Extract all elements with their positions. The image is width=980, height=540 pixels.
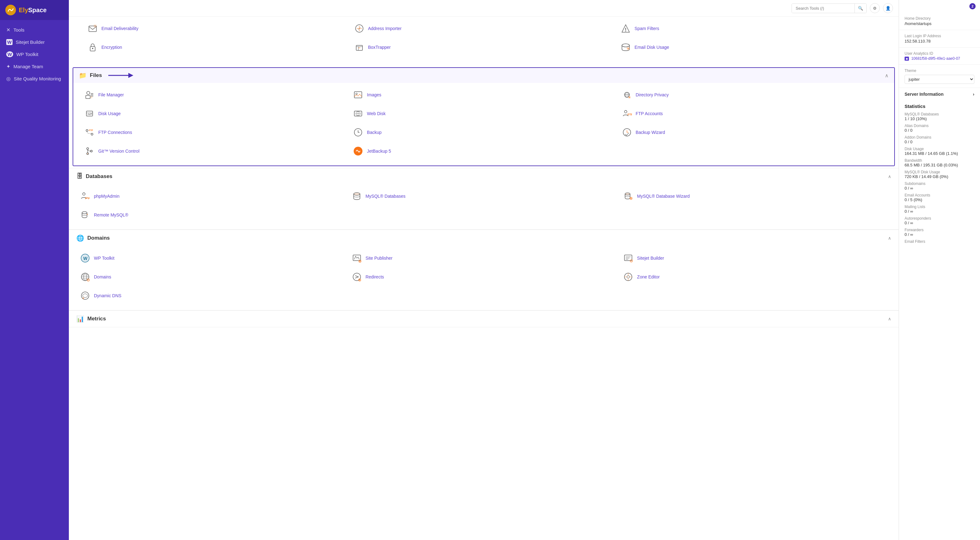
sidebar: ElySpace ✕ Tools W Sitejet Builder W WP … (0, 0, 69, 540)
stat-label: Alias Domains (905, 124, 974, 128)
tool-zone-editor[interactable]: Zone Editor (619, 267, 891, 286)
tool-mysql-databases[interactable]: MySQL® Databases (348, 187, 620, 206)
wp-toolkit-domain-label: WP Toolkit (94, 256, 115, 260)
domains-section: 🌐 Domains ∧ W WP Toolkit (69, 230, 899, 310)
files-section-header[interactable]: 📁 Files ∧ (73, 68, 894, 83)
tool-remote-mysql[interactable]: Remote MySQL® (76, 206, 348, 224)
tool-images[interactable]: Images (349, 86, 618, 104)
svg-rect-12 (86, 95, 90, 98)
tool-file-manager[interactable]: File Manager (81, 86, 349, 104)
sidebar-item-tools[interactable]: ✕ Tools (0, 24, 69, 36)
tool-site-publisher[interactable]: Site Publisher (348, 249, 620, 267)
tool-sitejet-builder-domain[interactable]: Sitejet Builder (619, 249, 891, 267)
git-version-control-label: Git™ Version Control (98, 149, 140, 154)
stat-label: Disk Usage (905, 147, 974, 151)
metrics-section-title: Metrics (88, 316, 106, 322)
email-disk-usage-label: Email Disk Usage (635, 45, 669, 50)
remote-mysql-icon (80, 209, 91, 221)
theme-select[interactable]: jupiter paper_lantern (905, 75, 974, 84)
encryption-label: Encryption (102, 45, 122, 50)
sidebar-item-sitejet[interactable]: W Sitejet Builder (0, 36, 69, 48)
tool-email-deliverability[interactable]: Email Deliverability (84, 19, 350, 38)
stat-value: 0 / ∞ (905, 221, 974, 225)
site-publisher-icon (351, 253, 363, 264)
stat-label: Subdomains (905, 181, 974, 186)
tool-phpmyadmin[interactable]: php phpMyAdmin (76, 187, 348, 206)
tool-spam-filters[interactable]: Spam Filters (617, 19, 884, 38)
tool-backup-wizard[interactable]: Backup Wizard (618, 123, 887, 142)
tool-boxtrapper[interactable]: BoxTrapper (350, 38, 617, 57)
tool-git-version-control[interactable]: Git™ Version Control (81, 142, 349, 160)
domains-section-title: Domains (88, 235, 110, 241)
manage-team-icon: ✦ (6, 64, 10, 70)
logo[interactable]: ElySpace (0, 0, 69, 20)
tool-jetbackup5[interactable]: JetBackup 5 (349, 142, 618, 160)
tool-backup[interactable]: Backup (349, 123, 618, 142)
stat-value: 0 / 0 (905, 128, 974, 133)
directory-privacy-label: Directory Privacy (636, 92, 669, 97)
user-settings-button[interactable]: ⚙ (870, 3, 880, 13)
svg-point-53 (87, 279, 89, 281)
boxtrapper-label: BoxTrapper (368, 45, 391, 50)
tool-domains[interactable]: Domains (76, 267, 348, 286)
user-analytics-section: User Analytics ID ■ 10681f58-d9f5-49e1-a… (899, 48, 980, 65)
svg-point-25 (86, 130, 88, 132)
tool-web-disk[interactable]: Web Disk (349, 104, 618, 123)
svg-point-5 (625, 31, 626, 32)
ftp-accounts-icon: FTP (621, 108, 633, 119)
notification-badge[interactable]: 2 (969, 3, 975, 10)
stat-row: Email Filters (905, 239, 974, 244)
tool-wp-toolkit-domain[interactable]: W WP Toolkit (76, 249, 348, 267)
stat-value: 720 KB / 14.49 GB (0%) (905, 174, 974, 179)
stat-value: 0 / ∞ (905, 209, 974, 214)
stat-label: Mailing Lists (905, 205, 974, 209)
stat-row: MySQL® Databases1 / 10 (10%) (905, 112, 974, 121)
sidebar-nav: ✕ Tools W Sitejet Builder W WP Toolkit ✦… (0, 20, 69, 89)
mysql-databases-label: MySQL® Databases (366, 194, 406, 199)
tool-encryption[interactable]: Encryption (84, 38, 350, 57)
sitejet-builder-domain-icon (622, 253, 634, 264)
svg-rect-20 (86, 111, 93, 116)
spam-filters-label: Spam Filters (635, 26, 659, 31)
svg-point-35 (83, 193, 85, 195)
web-disk-icon (352, 108, 364, 119)
tool-email-disk-usage[interactable]: Email Disk Usage (617, 38, 884, 57)
tool-directory-privacy[interactable]: Directory Privacy (618, 86, 887, 104)
user-account-button[interactable]: 👤 (883, 3, 893, 13)
disk-usage-label: Disk Usage (98, 111, 121, 116)
search-input[interactable] (792, 4, 854, 13)
sidebar-item-manage-team[interactable]: ✦ Manage Team (0, 60, 69, 73)
ftp-accounts-label: FTP Accounts (636, 111, 663, 116)
tool-dynamic-dns[interactable]: Dynamic DNS (76, 286, 348, 305)
metrics-section-header[interactable]: 📊 Metrics ∧ (69, 310, 899, 327)
logo-text: ElySpace (19, 6, 47, 14)
databases-section-title: Databases (86, 173, 112, 179)
sidebar-item-site-quality[interactable]: ◎ Site Quality Monitoring (0, 73, 69, 85)
theme-section: Theme jupiter paper_lantern (899, 65, 980, 88)
stat-row: Subdomains0 / ∞ (905, 181, 974, 191)
last-login-section: Last Login IP Address 152.58.110.78 (899, 30, 980, 48)
tool-mysql-database-wizard[interactable]: MySQL® Database Wizard (619, 187, 891, 206)
stat-row: Autoresponders0 / ∞ (905, 216, 974, 225)
tool-redirects[interactable]: Redirects (348, 267, 620, 286)
tool-ftp-connections[interactable]: FTP FTP Connections (81, 123, 349, 142)
domains-icon: 🌐 (76, 234, 84, 242)
search-button[interactable]: 🔍 (854, 4, 866, 13)
stat-value: 68.5 MB / 195.31 GB (0.03%) (905, 163, 974, 167)
file-manager-label: File Manager (98, 92, 124, 97)
user-analytics-value[interactable]: ■ 10681f58-d9f5-49e1-aae0-07 (905, 56, 974, 61)
databases-section-header[interactable]: 🗄 Databases ∧ (69, 168, 899, 184)
stat-value: 0 / 5 (0%) (905, 197, 974, 202)
tool-address-importer[interactable]: Address Importer (350, 19, 617, 38)
stat-value: 0 / ∞ (905, 232, 974, 237)
databases-header-left: 🗄 Databases (76, 173, 112, 180)
stat-row: Mailing Lists0 / ∞ (905, 205, 974, 214)
stat-row: Email Accounts0 / 5 (0%) (905, 193, 974, 202)
email-tool-grid: Email Deliverability Address Importer (76, 17, 891, 62)
sidebar-item-wp-toolkit[interactable]: W WP Toolkit (0, 48, 69, 60)
domains-section-header[interactable]: 🌐 Domains ∧ (69, 230, 899, 246)
tool-disk-usage[interactable]: Disk Usage (81, 104, 349, 123)
svg-point-11 (87, 91, 90, 94)
tool-ftp-accounts[interactable]: FTP FTP Accounts (618, 104, 887, 123)
server-info-row[interactable]: Server Information › (899, 88, 980, 100)
